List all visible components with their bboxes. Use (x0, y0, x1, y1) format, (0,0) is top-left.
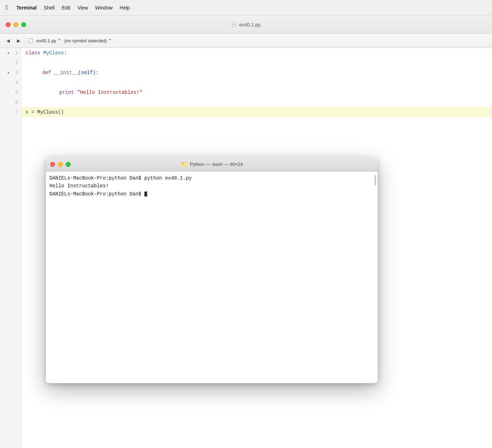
terminal-title-text: Python — -bash — 80×24 (190, 162, 243, 167)
code-line-2 (21, 58, 492, 68)
scrollbar[interactable] (374, 175, 376, 186)
line-num-5: 5 (12, 90, 18, 95)
menu-edit[interactable]: Edit (62, 5, 70, 11)
svg-rect-2 (233, 25, 235, 25)
back-button[interactable]: ◀ (4, 37, 12, 45)
line-num-6: 6 (12, 100, 18, 105)
cursor (144, 192, 147, 196)
line-num-7: 7 (12, 110, 18, 115)
menu-help[interactable]: Help (120, 5, 130, 11)
terminal-close-button[interactable] (50, 162, 55, 167)
traffic-lights (6, 22, 26, 27)
file-selector-name: ex40.1.py (36, 38, 56, 43)
menu-view[interactable]: View (77, 5, 88, 11)
forward-button[interactable]: ▶ (15, 37, 23, 45)
folder-icon: 📁 (181, 161, 188, 168)
main-window: ex40.1.py ◀ ▶ ex40.1.py ⌃ (no symbol sel… (0, 16, 492, 448)
code-line-3: def __init__(self): (21, 68, 492, 78)
code-editor[interactable]: ▼ 1 2 ▼ 3 4 – 5 6 (0, 48, 492, 448)
menu-window[interactable]: Window (95, 5, 113, 11)
line-num-1: 1 (12, 50, 18, 56)
title-bar: ex40.1.py (0, 16, 492, 34)
line-row-7: 7 (0, 107, 21, 117)
close-button[interactable] (6, 22, 11, 27)
document-icon (29, 38, 34, 44)
file-icon (232, 22, 237, 28)
toolbar: ◀ ▶ ex40.1.py ⌃ (no symbol selected) ⌃ (0, 34, 492, 48)
window-title: ex40.1.py (232, 22, 261, 28)
terminal-titlebar: 📁 Python — -bash — 80×24 (46, 157, 378, 171)
string-hello: "Hello Instructables!" (77, 90, 142, 95)
apple-menu-icon[interactable]:  (6, 4, 8, 11)
keyword-def: def (42, 70, 54, 75)
line-num-2: 2 (12, 60, 18, 66)
fold-arrow-1[interactable]: ▼ (7, 51, 11, 55)
code-line-6 (21, 97, 492, 107)
menu-shell[interactable]: Shell (44, 5, 55, 11)
symbol-selector[interactable]: (no symbol selected) ⌃ (64, 38, 112, 43)
line-row-1: ▼ 1 (0, 48, 21, 58)
terminal-window: 📁 Python — -bash — 80×24 DANIELs-MacBook… (46, 157, 378, 383)
toolbar-divider (25, 37, 26, 44)
paren-close: ): (93, 70, 99, 75)
self-keyword: self (81, 70, 93, 75)
line-row-5: – 5 (0, 87, 21, 97)
line-row-3: ▼ 3 (0, 68, 21, 78)
symbol-selector-arrow: ⌃ (108, 38, 112, 43)
line-row-2: 2 (0, 58, 21, 68)
keyword-class: class (25, 50, 43, 56)
file-selector-arrow: ⌃ (58, 38, 61, 43)
var-assignment: x = MyClass() (25, 109, 64, 115)
terminal-title: 📁 Python — -bash — 80×24 (181, 161, 243, 168)
paren-open: ( (78, 70, 81, 75)
code-line-5: print "Hello Instructables!" (21, 87, 492, 97)
menubar:  Terminal Shell Edit View Window Help (0, 0, 492, 16)
line-row-6: 6 (0, 97, 21, 107)
line-row-4: 4 (0, 78, 21, 87)
keyword-print: print (59, 90, 77, 95)
fold-arrow-5[interactable]: – (7, 91, 11, 95)
menu-terminal[interactable]: Terminal (17, 5, 37, 11)
file-selector[interactable]: ex40.1.py ⌃ (36, 38, 61, 43)
code-line-4 (21, 78, 492, 87)
terminal-line-1: DANIELs-MacBook-Pro:python Dan$ python e… (49, 174, 374, 182)
code-line-1: class MyClass: (21, 48, 492, 58)
code-line-7: x = MyClass() (21, 107, 492, 117)
line-num-4: 4 (12, 80, 18, 85)
func-init: __init__ (54, 70, 78, 75)
fold-arrow-3[interactable]: ▼ (7, 71, 11, 75)
maximize-button[interactable] (21, 22, 26, 27)
window-filename: ex40.1.py (239, 22, 261, 28)
terminal-content[interactable]: DANIELs-MacBook-Pro:python Dan$ python e… (46, 171, 378, 383)
line-num-3: 3 (12, 70, 18, 75)
terminal-minimize-button[interactable] (58, 162, 63, 167)
minimize-button[interactable] (13, 22, 18, 27)
line-numbers: ▼ 1 2 ▼ 3 4 – 5 6 (0, 48, 21, 448)
class-myclass: MyClass (43, 50, 64, 56)
terminal-line-3: DANIELs-MacBook-Pro:python Dan$ (49, 190, 374, 198)
symbol-selector-text: (no symbol selected) (64, 38, 107, 43)
terminal-traffic-lights (50, 162, 71, 167)
terminal-maximize-button[interactable] (66, 162, 71, 167)
terminal-line-2: Hello Instructables! (49, 182, 374, 190)
svg-rect-1 (233, 24, 235, 24)
colon-1: : (64, 50, 67, 56)
